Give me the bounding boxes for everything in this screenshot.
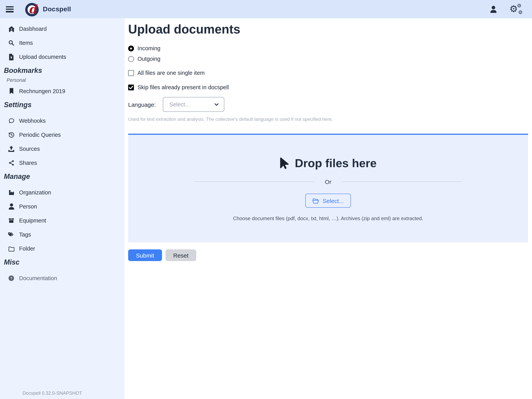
sidebar-item-organization[interactable]: Organization [8,188,125,197]
language-help-text: Used for text extraction and analysis. T… [128,116,528,122]
radio-outgoing-label: Outgoing [138,56,160,62]
radio-outgoing[interactable]: Outgoing [128,55,528,63]
sidebar-item-label: Shares [19,160,37,166]
checkbox-skip-duplicates-label: Skip files already present in docspell [138,84,229,90]
reset-button[interactable]: Reset [165,249,196,261]
docspell-app: d Docspell ⚙ ⚙ ⚙ [0,0,532,399]
mouse-pointer-icon [280,157,289,170]
sidebar-item-folder[interactable]: Folder [8,244,125,253]
language-select[interactable]: Select... [163,97,224,112]
sidebar-section-settings: Settings [4,101,125,109]
bookmark-icon [8,88,15,94]
dropzone-or-label: Or [325,179,331,185]
settings-cogs-icon[interactable]: ⚙ ⚙ ⚙ [509,4,522,14]
sidebar-item-webhooks[interactable]: Webhooks [8,116,125,125]
app-title: Docspell [43,5,71,13]
sidebar-item-label: Rechnungen 2019 [19,88,65,94]
sidebar-item-label: Dasbhoard [19,26,47,32]
dropzone-title-text: Drop files here [295,157,377,170]
chevron-down-icon [214,102,219,107]
sidebar-item-shares[interactable]: Shares [8,159,125,167]
upload-page: Upload documents Incoming Outgoing All f… [125,18,532,399]
sidebar-section-bookmarks: Bookmarks [4,67,125,74]
form-actions: Submit Reset [128,249,528,261]
user-account-icon[interactable] [490,6,497,13]
sidebar-item-periodic-queries[interactable]: Periodic Queries [8,130,125,139]
sidebar-item-bookmark[interactable]: Rechnungen 2019 [8,87,125,96]
radio-outgoing-control[interactable] [128,56,134,62]
sidebar-item-label: Documentation [19,275,57,281]
page-title: Upload documents [128,22,528,37]
bookmark-group-label: Personal [7,77,125,84]
tags-icon [8,232,15,238]
folder-open-icon [313,198,319,204]
radio-incoming[interactable]: Incoming [128,45,528,52]
question-circle-icon: ? [8,275,15,281]
select-files-button[interactable]: Select... [305,194,351,208]
upload-icon [8,146,15,152]
select-files-button-label: Select... [323,197,344,204]
language-row: Language: Select... [128,97,528,112]
submit-button[interactable]: Submit [128,249,162,261]
sidebar-item-label: Upload documents [19,54,66,60]
sidebar-item-documentation[interactable]: ? Documentation [8,274,125,283]
checkbox-skip-duplicates-control[interactable] [128,84,134,90]
person-icon [8,203,15,210]
house-user-icon [8,26,15,32]
sidebar-item-dashboard[interactable]: Dasbhoard [8,25,125,33]
checkbox-single-item[interactable]: All files are one single item [128,69,528,77]
sidebar-item-label: Sources [19,146,40,152]
folder-icon [8,246,15,251]
sidebar-item-items[interactable]: Items [8,39,125,47]
sidebar-item-label: Folder [19,245,35,252]
sidebar-item-label: Items [19,40,33,46]
svg-text:d: d [28,2,38,16]
language-label: Language: [128,101,156,108]
app-logo[interactable]: d Docspell [25,2,71,16]
sidebar-item-label: Equipment [19,217,46,224]
sidebar-item-label: Person [19,203,37,210]
sidebar-item-equipment[interactable]: Equipment [8,216,125,225]
file-upload-icon [8,54,15,60]
radio-incoming-label: Incoming [138,45,160,51]
dropzone-title: Drop files here [280,157,377,170]
dropzone-hint: Choose document files (pdf, docx, txt, h… [233,215,423,221]
dropzone-divider: Or [194,179,462,185]
sidebar-item-label: Organization [19,189,51,196]
box-icon [8,217,15,224]
top-bar: d Docspell ⚙ ⚙ ⚙ [0,0,532,18]
top-bar-actions: ⚙ ⚙ ⚙ [490,4,532,14]
industry-icon [8,189,15,196]
history-icon [8,131,15,138]
sidebar-section-misc: Misc [4,258,125,266]
comment-icon [8,118,15,124]
app-version: Docspell 0.32.0-SNAPSHOT [23,390,82,396]
menu-toggle-icon[interactable] [6,6,14,12]
checkbox-skip-duplicates[interactable]: Skip files already present in docspell [128,83,528,91]
checkbox-single-item-control[interactable] [128,70,134,76]
sidebar-item-person[interactable]: Person [8,202,125,211]
checkbox-single-item-label: All files are one single item [138,70,205,76]
sidebar-item-label: Periodic Queries [19,132,61,138]
docspell-logo-icon: d [25,2,39,16]
search-icon [8,40,15,46]
share-nodes-icon [8,160,15,166]
sidebar: Dasbhoard Items [0,18,125,399]
radio-incoming-control[interactable] [128,45,134,51]
language-select-value: Select... [169,101,214,108]
sidebar-item-label: Tags [19,232,31,238]
svg-text:?: ? [10,276,12,280]
sidebar-item-tags[interactable]: Tags [8,230,125,239]
sidebar-item-sources[interactable]: Sources [8,145,125,153]
sidebar-item-label: Webhooks [19,118,46,124]
direction-radio-group: Incoming Outgoing [128,45,528,63]
sidebar-item-upload-documents[interactable]: Upload documents [8,53,125,61]
file-dropzone[interactable]: Drop files here Or Select... [128,134,528,242]
sidebar-section-manage: Manage [4,173,125,180]
